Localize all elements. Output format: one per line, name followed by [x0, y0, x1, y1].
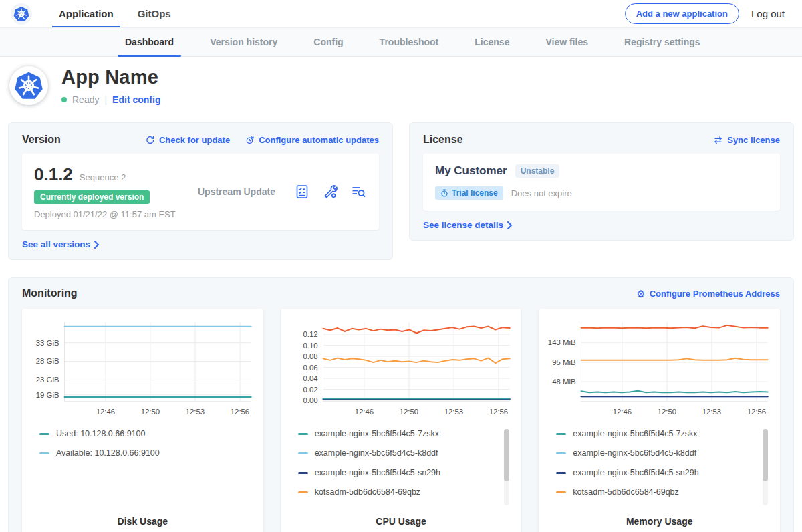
- configure-automatic-updates-link[interactable]: Configure automatic updates: [245, 135, 379, 145]
- svg-text:0.00: 0.00: [303, 396, 317, 404]
- svg-text:0.04: 0.04: [303, 374, 317, 382]
- svg-text:23 GiB: 23 GiB: [36, 376, 59, 384]
- legend-item: Used: 10.128.0.66:9100: [39, 429, 238, 438]
- chart-title: Memory Usage: [547, 516, 772, 527]
- customer-name: My Customer: [435, 164, 507, 178]
- legend-label: Used: 10.128.0.66:9100: [56, 429, 145, 438]
- top-nav-bar: Application GitOps Add a new application…: [0, 0, 802, 28]
- legend-scrollbar[interactable]: [504, 429, 509, 505]
- legend-label: kotsadm-5db6dc6584-69qbz: [315, 487, 420, 497]
- legend-scrollbar-thumb[interactable]: [504, 429, 509, 481]
- app-status: Ready | Edit config: [61, 94, 160, 105]
- legend-label: example-nginx-5bc6f5d4c5-k8ddf: [573, 448, 696, 458]
- top-nav-right: Add a new application Log out: [625, 3, 785, 24]
- svg-text:0.06: 0.06: [303, 364, 317, 372]
- swap-arrows-icon: [713, 136, 723, 144]
- see-license-details-link[interactable]: See license details: [423, 220, 513, 230]
- app-sub-nav: Dashboard Version history Config Trouble…: [0, 28, 802, 57]
- chart-title: CPU Usage: [289, 516, 514, 527]
- checklist-icon: [294, 184, 310, 200]
- legend-label: example-nginx-5bc6f5d4c5-k8ddf: [315, 448, 438, 458]
- deploy-logs-button[interactable]: [350, 183, 367, 201]
- configure-prometheus-link[interactable]: ⚙ Configure Prometheus Address: [636, 289, 780, 299]
- tab-dashboard[interactable]: Dashboard: [107, 28, 192, 56]
- tab-registry-settings[interactable]: Registry settings: [606, 28, 718, 56]
- deployed-timestamp: Deployed 01/21/22 @ 11:57 am EST: [34, 209, 198, 219]
- view-config-button[interactable]: [321, 183, 339, 201]
- cpu-usage-card: 12:4612:5012:5312:560.120.100.080.060.04…: [281, 309, 522, 532]
- tab-application[interactable]: Application: [47, 0, 126, 27]
- svg-text:12:53: 12:53: [702, 408, 721, 416]
- legend-color-dash: [39, 433, 49, 435]
- tab-version-history[interactable]: Version history: [192, 28, 295, 56]
- status-text: Ready: [72, 94, 99, 105]
- sequence-label: Sequence 2: [80, 172, 126, 182]
- legend-label: example-nginx-5bc6f5d4c5-7zskx: [315, 429, 439, 438]
- legend-color-dash: [298, 433, 308, 435]
- legend-color-dash: [298, 452, 308, 454]
- svg-text:12:53: 12:53: [444, 408, 462, 416]
- monitoring-section: Monitoring ⚙ Configure Prometheus Addres…: [8, 277, 794, 532]
- svg-text:12:53: 12:53: [186, 408, 205, 416]
- legend-color-dash: [556, 452, 566, 454]
- channel-badge: Unstable: [515, 164, 560, 178]
- legend-color-dash: [39, 452, 49, 454]
- svg-text:12:46: 12:46: [354, 408, 373, 416]
- svg-text:48 MiB: 48 MiB: [553, 378, 576, 386]
- disk-usage-card: 12:4612:5012:5312:5633 GiB28 GiB23 GiB19…: [22, 309, 263, 532]
- app-header-text: App Name Ready | Edit config: [61, 66, 160, 105]
- legend-scrollbar-thumb[interactable]: [763, 429, 768, 481]
- svg-text:12:56: 12:56: [489, 408, 507, 416]
- legend-label: example-nginx-5bc6f5d4c5-7zskx: [573, 429, 697, 438]
- legend-item: example-nginx-5bc6f5d4c5-sn29h: [298, 468, 497, 477]
- svg-text:12:50: 12:50: [141, 408, 160, 416]
- legend-color-dash: [556, 491, 566, 493]
- see-all-versions-link[interactable]: See all versions: [22, 239, 100, 249]
- svg-text:12:50: 12:50: [399, 408, 418, 416]
- kubernetes-helm-icon: [14, 71, 43, 100]
- cpu-usage-chart: 12:4612:5012:5312:560.120.100.080.060.04…: [289, 317, 514, 421]
- chart-title: Disk Usage: [30, 516, 255, 527]
- status-dot: [61, 97, 67, 102]
- check-for-update-link[interactable]: Check for update: [145, 135, 230, 145]
- sync-license-link[interactable]: Sync license: [713, 135, 780, 145]
- refresh-icon: [145, 135, 155, 145]
- deployed-badge: Currently deployed version: [34, 190, 150, 204]
- edit-config-link[interactable]: Edit config: [112, 94, 160, 105]
- legend-item: example-nginx-5bc6f5d4c5-k8ddf: [298, 448, 497, 458]
- current-version-box: 0.1.2 Sequence 2 Currently deployed vers…: [22, 154, 379, 230]
- tab-view-files[interactable]: View files: [527, 28, 606, 56]
- tab-license[interactable]: License: [456, 28, 527, 56]
- tab-config[interactable]: Config: [295, 28, 361, 56]
- legend-scrollbar[interactable]: [763, 429, 768, 505]
- tab-troubleshoot[interactable]: Troubleshoot: [362, 28, 457, 56]
- license-card: License Sync license My Customer Unstabl…: [409, 122, 794, 241]
- legend-color-dash: [556, 433, 566, 435]
- svg-text:12:56: 12:56: [747, 408, 766, 416]
- cpu-usage-legend: example-nginx-5bc6f5d4c5-7zskxexample-ng…: [298, 429, 514, 511]
- wrench-gear-icon: [322, 184, 338, 200]
- svg-text:0.12: 0.12: [303, 330, 317, 338]
- chevron-right-icon: [94, 241, 100, 249]
- svg-text:0.02: 0.02: [303, 386, 317, 394]
- version-card: Version Check for update: [8, 122, 393, 260]
- legend-color-dash: [298, 472, 308, 474]
- version-number: 0.1.2: [34, 164, 73, 185]
- legend-label: kotsadm-5db6dc6584-69qbz: [573, 487, 678, 497]
- svg-text:12:50: 12:50: [658, 408, 676, 416]
- page-title: App Name: [61, 66, 160, 88]
- kubernetes-helm-icon: [13, 6, 29, 22]
- gear-icon: ⚙: [636, 289, 645, 299]
- tab-gitops[interactable]: GitOps: [126, 0, 183, 27]
- license-details-box: My Customer Unstable Trial license Does …: [423, 154, 780, 211]
- svg-text:12:46: 12:46: [96, 408, 115, 416]
- add-application-button[interactable]: Add a new application: [625, 3, 739, 24]
- chevron-right-icon: [507, 221, 513, 229]
- disk-usage-chart: 12:4612:5012:5312:5633 GiB28 GiB23 GiB19…: [30, 317, 255, 421]
- logout-button[interactable]: Log out: [751, 8, 785, 19]
- status-divider: |: [104, 94, 107, 105]
- clock-arrow-icon: [245, 135, 255, 145]
- legend-label: example-nginx-5bc6f5d4c5-sn29h: [573, 468, 698, 477]
- memory-usage-chart: 12:4612:5012:5312:56143 MiB95 MiB48 MiB: [547, 317, 772, 421]
- preflight-checks-button[interactable]: [293, 183, 311, 201]
